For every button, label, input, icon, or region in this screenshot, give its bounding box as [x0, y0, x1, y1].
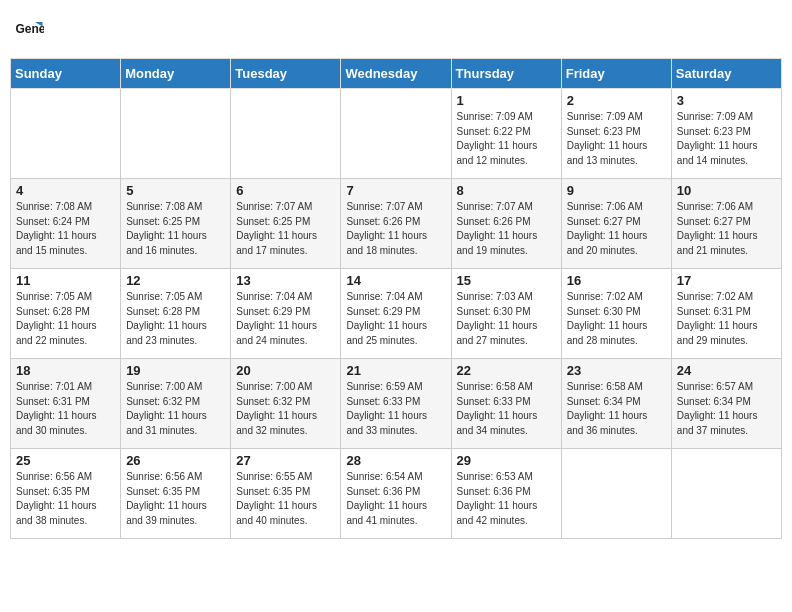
day-number: 28 [346, 453, 445, 468]
day-number: 17 [677, 273, 776, 288]
day-number: 8 [457, 183, 556, 198]
calendar-cell: 25Sunrise: 6:56 AM Sunset: 6:35 PM Dayli… [11, 449, 121, 539]
day-number: 19 [126, 363, 225, 378]
col-header-monday: Monday [121, 59, 231, 89]
day-number: 15 [457, 273, 556, 288]
day-info: Sunrise: 7:05 AM Sunset: 6:28 PM Dayligh… [16, 290, 115, 348]
day-info: Sunrise: 7:08 AM Sunset: 6:25 PM Dayligh… [126, 200, 225, 258]
day-number: 4 [16, 183, 115, 198]
day-number: 25 [16, 453, 115, 468]
day-info: Sunrise: 7:09 AM Sunset: 6:22 PM Dayligh… [457, 110, 556, 168]
day-number: 20 [236, 363, 335, 378]
day-info: Sunrise: 7:04 AM Sunset: 6:29 PM Dayligh… [346, 290, 445, 348]
day-info: Sunrise: 6:58 AM Sunset: 6:34 PM Dayligh… [567, 380, 666, 438]
calendar-cell [341, 89, 451, 179]
day-info: Sunrise: 7:00 AM Sunset: 6:32 PM Dayligh… [126, 380, 225, 438]
calendar-cell [11, 89, 121, 179]
col-header-sunday: Sunday [11, 59, 121, 89]
day-info: Sunrise: 7:02 AM Sunset: 6:31 PM Dayligh… [677, 290, 776, 348]
calendar-cell: 13Sunrise: 7:04 AM Sunset: 6:29 PM Dayli… [231, 269, 341, 359]
day-number: 22 [457, 363, 556, 378]
day-number: 14 [346, 273, 445, 288]
day-info: Sunrise: 7:08 AM Sunset: 6:24 PM Dayligh… [16, 200, 115, 258]
calendar-cell: 3Sunrise: 7:09 AM Sunset: 6:23 PM Daylig… [671, 89, 781, 179]
calendar-cell [121, 89, 231, 179]
calendar-cell: 14Sunrise: 7:04 AM Sunset: 6:29 PM Dayli… [341, 269, 451, 359]
calendar-cell [231, 89, 341, 179]
day-info: Sunrise: 7:04 AM Sunset: 6:29 PM Dayligh… [236, 290, 335, 348]
day-number: 3 [677, 93, 776, 108]
calendar-cell: 7Sunrise: 7:07 AM Sunset: 6:26 PM Daylig… [341, 179, 451, 269]
calendar-cell: 12Sunrise: 7:05 AM Sunset: 6:28 PM Dayli… [121, 269, 231, 359]
col-header-wednesday: Wednesday [341, 59, 451, 89]
calendar-cell: 11Sunrise: 7:05 AM Sunset: 6:28 PM Dayli… [11, 269, 121, 359]
col-header-thursday: Thursday [451, 59, 561, 89]
calendar-cell: 1Sunrise: 7:09 AM Sunset: 6:22 PM Daylig… [451, 89, 561, 179]
calendar-cell: 22Sunrise: 6:58 AM Sunset: 6:33 PM Dayli… [451, 359, 561, 449]
day-info: Sunrise: 6:53 AM Sunset: 6:36 PM Dayligh… [457, 470, 556, 528]
day-number: 23 [567, 363, 666, 378]
day-number: 12 [126, 273, 225, 288]
logo-icon: General [14, 16, 44, 46]
day-info: Sunrise: 7:00 AM Sunset: 6:32 PM Dayligh… [236, 380, 335, 438]
calendar-cell: 19Sunrise: 7:00 AM Sunset: 6:32 PM Dayli… [121, 359, 231, 449]
calendar-cell: 6Sunrise: 7:07 AM Sunset: 6:25 PM Daylig… [231, 179, 341, 269]
calendar-cell [561, 449, 671, 539]
day-info: Sunrise: 7:09 AM Sunset: 6:23 PM Dayligh… [567, 110, 666, 168]
day-info: Sunrise: 7:07 AM Sunset: 6:26 PM Dayligh… [457, 200, 556, 258]
day-info: Sunrise: 7:01 AM Sunset: 6:31 PM Dayligh… [16, 380, 115, 438]
calendar-cell: 15Sunrise: 7:03 AM Sunset: 6:30 PM Dayli… [451, 269, 561, 359]
day-number: 26 [126, 453, 225, 468]
day-number: 16 [567, 273, 666, 288]
calendar-cell: 24Sunrise: 6:57 AM Sunset: 6:34 PM Dayli… [671, 359, 781, 449]
calendar-cell: 27Sunrise: 6:55 AM Sunset: 6:35 PM Dayli… [231, 449, 341, 539]
calendar-cell: 20Sunrise: 7:00 AM Sunset: 6:32 PM Dayli… [231, 359, 341, 449]
calendar-cell: 28Sunrise: 6:54 AM Sunset: 6:36 PM Dayli… [341, 449, 451, 539]
calendar-cell: 26Sunrise: 6:56 AM Sunset: 6:35 PM Dayli… [121, 449, 231, 539]
day-info: Sunrise: 6:56 AM Sunset: 6:35 PM Dayligh… [126, 470, 225, 528]
calendar-cell: 29Sunrise: 6:53 AM Sunset: 6:36 PM Dayli… [451, 449, 561, 539]
day-info: Sunrise: 7:02 AM Sunset: 6:30 PM Dayligh… [567, 290, 666, 348]
logo: General [14, 16, 48, 46]
col-header-saturday: Saturday [671, 59, 781, 89]
calendar-cell: 18Sunrise: 7:01 AM Sunset: 6:31 PM Dayli… [11, 359, 121, 449]
day-info: Sunrise: 7:03 AM Sunset: 6:30 PM Dayligh… [457, 290, 556, 348]
day-number: 7 [346, 183, 445, 198]
day-info: Sunrise: 6:58 AM Sunset: 6:33 PM Dayligh… [457, 380, 556, 438]
calendar-cell: 16Sunrise: 7:02 AM Sunset: 6:30 PM Dayli… [561, 269, 671, 359]
day-number: 5 [126, 183, 225, 198]
calendar-cell: 17Sunrise: 7:02 AM Sunset: 6:31 PM Dayli… [671, 269, 781, 359]
day-number: 9 [567, 183, 666, 198]
day-number: 1 [457, 93, 556, 108]
day-number: 27 [236, 453, 335, 468]
day-info: Sunrise: 7:06 AM Sunset: 6:27 PM Dayligh… [677, 200, 776, 258]
day-info: Sunrise: 7:07 AM Sunset: 6:25 PM Dayligh… [236, 200, 335, 258]
day-number: 21 [346, 363, 445, 378]
day-info: Sunrise: 7:06 AM Sunset: 6:27 PM Dayligh… [567, 200, 666, 258]
day-number: 2 [567, 93, 666, 108]
calendar-cell: 10Sunrise: 7:06 AM Sunset: 6:27 PM Dayli… [671, 179, 781, 269]
calendar-cell: 21Sunrise: 6:59 AM Sunset: 6:33 PM Dayli… [341, 359, 451, 449]
day-info: Sunrise: 7:09 AM Sunset: 6:23 PM Dayligh… [677, 110, 776, 168]
day-number: 29 [457, 453, 556, 468]
calendar-cell: 8Sunrise: 7:07 AM Sunset: 6:26 PM Daylig… [451, 179, 561, 269]
day-info: Sunrise: 7:07 AM Sunset: 6:26 PM Dayligh… [346, 200, 445, 258]
day-info: Sunrise: 6:54 AM Sunset: 6:36 PM Dayligh… [346, 470, 445, 528]
calendar-cell: 23Sunrise: 6:58 AM Sunset: 6:34 PM Dayli… [561, 359, 671, 449]
day-info: Sunrise: 6:55 AM Sunset: 6:35 PM Dayligh… [236, 470, 335, 528]
calendar-cell: 9Sunrise: 7:06 AM Sunset: 6:27 PM Daylig… [561, 179, 671, 269]
day-info: Sunrise: 6:57 AM Sunset: 6:34 PM Dayligh… [677, 380, 776, 438]
day-info: Sunrise: 7:05 AM Sunset: 6:28 PM Dayligh… [126, 290, 225, 348]
calendar-cell: 4Sunrise: 7:08 AM Sunset: 6:24 PM Daylig… [11, 179, 121, 269]
day-number: 13 [236, 273, 335, 288]
calendar-cell [671, 449, 781, 539]
calendar-cell: 5Sunrise: 7:08 AM Sunset: 6:25 PM Daylig… [121, 179, 231, 269]
day-info: Sunrise: 6:56 AM Sunset: 6:35 PM Dayligh… [16, 470, 115, 528]
calendar-table: SundayMondayTuesdayWednesdayThursdayFrid… [10, 58, 782, 539]
day-number: 18 [16, 363, 115, 378]
day-info: Sunrise: 6:59 AM Sunset: 6:33 PM Dayligh… [346, 380, 445, 438]
day-number: 11 [16, 273, 115, 288]
page-header: General [10, 10, 782, 52]
day-number: 24 [677, 363, 776, 378]
calendar-cell: 2Sunrise: 7:09 AM Sunset: 6:23 PM Daylig… [561, 89, 671, 179]
